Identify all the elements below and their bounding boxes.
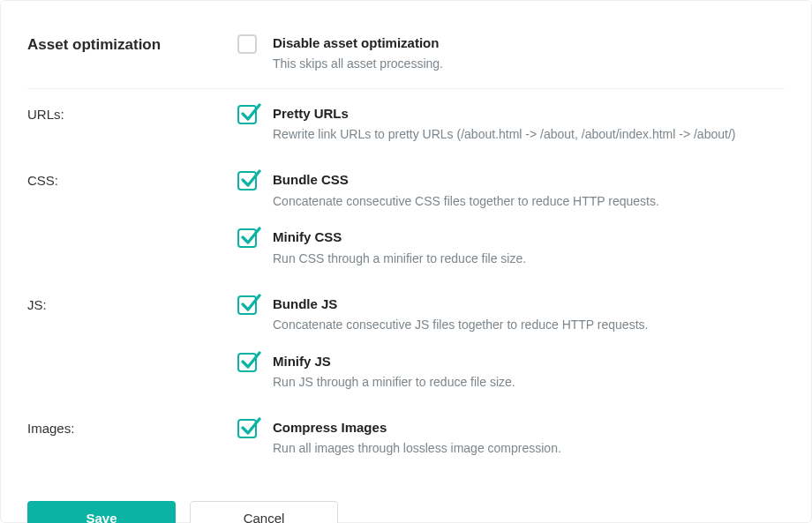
option-row: CSS:Bundle CSSConcatenate consecutive CS… (27, 155, 785, 221)
option-checkbox[interactable] (237, 419, 257, 438)
check-icon (240, 416, 261, 437)
option-title: Pretty URLs (273, 105, 785, 123)
group-label: JS: (27, 297, 47, 312)
option-checkbox[interactable] (237, 228, 257, 248)
disable-title: Disable asset optimization (273, 34, 785, 52)
option-row: Images:Compress ImagesRun all images thr… (27, 403, 785, 469)
option-title: Bundle JS (273, 295, 785, 313)
save-button[interactable]: Save (27, 501, 176, 523)
option-desc: Concatenate consecutive CSS files togeth… (273, 193, 785, 210)
group-label: Images: (27, 421, 74, 436)
disable-desc: This skips all asset processing. (273, 56, 785, 72)
option-row: URLs:Pretty URLsRewrite link URLs to pre… (27, 89, 785, 155)
actions-bar: Save Cancel (27, 501, 785, 523)
settings-card: Asset optimization Disable asset optimiz… (0, 0, 812, 523)
option-title: Minify CSS (273, 228, 785, 246)
option-row: Minify JSRun JS through a minifier to re… (27, 346, 785, 403)
check-icon (240, 102, 261, 123)
check-icon (240, 350, 261, 371)
option-desc: Concatenate consecutive JS files togethe… (273, 317, 785, 333)
group-label: URLs: (27, 107, 64, 122)
group-label: CSS: (27, 173, 58, 188)
check-icon (240, 226, 261, 247)
option-desc: Run JS through a minifier to reduce file… (273, 374, 785, 391)
option-checkbox[interactable] (237, 353, 257, 372)
option-checkbox[interactable] (237, 171, 257, 191)
check-icon (240, 293, 261, 314)
option-desc: Rewrite link URLs to pretty URLs (/about… (273, 126, 785, 143)
check-icon (240, 168, 261, 190)
section-title: Asset optimization (27, 36, 161, 53)
option-desc: Run CSS through a minifier to reduce fil… (273, 250, 785, 267)
disable-row: Asset optimization Disable asset optimiz… (27, 27, 785, 89)
option-desc: Run all images through lossless image co… (273, 440, 785, 457)
option-title: Compress Images (273, 419, 785, 437)
option-row: Minify CSSRun CSS through a minifier to … (27, 221, 785, 279)
option-title: Bundle CSS (273, 171, 785, 189)
option-checkbox[interactable] (237, 105, 257, 124)
option-checkbox[interactable] (237, 295, 257, 315)
option-row: JS:Bundle JSConcatenate consecutive JS f… (27, 280, 785, 346)
option-title: Minify JS (273, 353, 785, 370)
disable-checkbox[interactable] (237, 34, 257, 54)
cancel-button[interactable]: Cancel (190, 501, 338, 523)
